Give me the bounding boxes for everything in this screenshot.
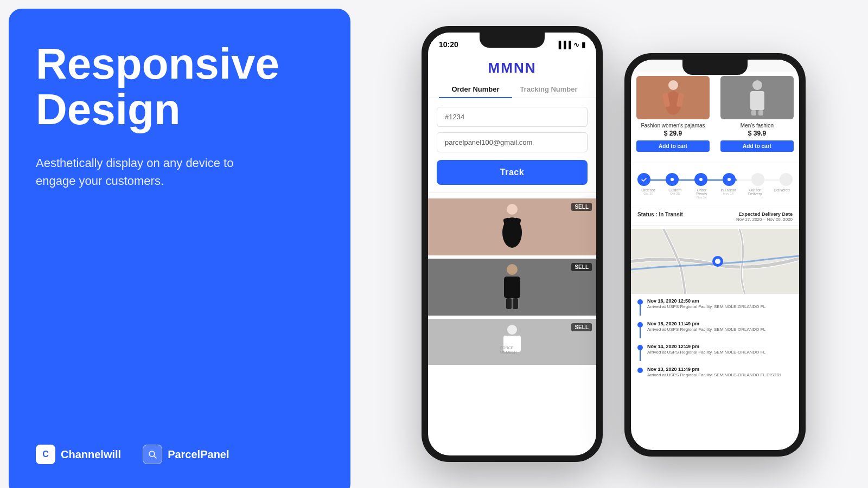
event-dot-3 [637,368,643,373]
product-item-2: SELL [428,259,596,316]
step-label-5: Delivered [771,188,793,199]
battery-icon: ▮ [582,41,585,49]
email-input[interactable]: parcelpanel100@gmail.com [437,132,588,152]
divider-1 [428,192,596,193]
event-dot-2 [637,345,643,350]
product-card-2: Men's fashion $ 39.9 Add to cart [715,72,799,156]
phone-screen-1: 10:20 ▐▐▐ ∿ ▮ MMNN Order Number Tracking… [428,33,596,455]
event-content-1: Nov 15, 2020 11:49 pm Arrived at USPS Re… [647,321,793,338]
tab-tracking-number[interactable]: Tracking Number [512,81,585,98]
left-panel: Responsive Design Aesthetically display … [9,9,350,488]
event-dot-col-3 [637,367,643,377]
product-thumb-1 [636,76,710,119]
event-line-2 [640,350,641,361]
event-desc-0: Arrived at USPS Regional Facility, SEMIN… [647,304,793,309]
svg-rect-8 [506,298,512,309]
step-name-2: Order Ready [691,188,712,196]
brand-footer: C Channelwill ParcelPanel [36,445,323,464]
tabs-row: Order Number Tracking Number [428,81,596,98]
svg-point-14 [668,80,678,90]
step-name-4: Out for Delivery [744,188,766,196]
product-name-1: Fashion women's pajamas [636,123,710,129]
timeline-event-3: Nov 13, 2020 11:49 pm Arrived at USPS Re… [637,367,793,377]
delivery-dates: Nov 17, 2020 – Nov 20, 2020 [736,217,793,222]
status-label: Status : In Transit [637,211,683,217]
event-desc-3: Arrived at USPS Regional Facility, SEMIN… [647,373,793,377]
step-dot-1 [666,173,679,186]
svg-point-18 [752,80,762,90]
timeline-steps [637,173,793,186]
svg-text:FORCE: FORCE [500,346,514,350]
step-label-1: Custom Oct 25 [664,188,686,199]
phone-notch-2 [682,60,748,75]
product-price-2: $ 39.9 [720,130,794,137]
product-price-1: $ 29.9 [636,130,710,137]
step-labels: Ordered Oct 20 Custom Oct 25 Order Ready… [637,188,793,199]
svg-text:MEMBER: MEMBER [500,350,517,354]
product-item-3: FORCE MEMBER SELL [428,319,596,365]
product-name-2: Men's fashion [720,123,794,129]
svg-point-22 [671,178,674,181]
phone-screen-2: Fashion women's pajamas $ 29.9 Add to ca… [631,60,799,450]
svg-point-24 [727,178,731,181]
timeline-event-0: Nov 16, 2020 12:50 am Arrived at USPS Re… [637,298,793,316]
parcelpanel-label: ParcelPanel [168,448,229,461]
step-date-0: Oct 20 [637,192,659,195]
channelwill-brand: C Channelwill [36,445,121,464]
add-cart-btn-1[interactable]: Add to cart [636,140,710,152]
svg-point-23 [699,178,703,181]
event-line-1 [640,328,641,338]
status-left: Status : In Transit [637,211,683,222]
wifi-icon: ∿ [573,41,579,49]
order-input[interactable]: #1234 [437,107,588,127]
step-dot-4 [751,173,764,186]
step-date-3: Nov 18 [718,192,739,195]
map-area [631,229,799,294]
step-name-5: Delivered [771,188,793,192]
phone-notch-1 [480,33,545,48]
phone1-content: MMNN Order Number Tracking Number #1234 … [428,53,596,449]
event-dot-0 [637,299,643,305]
svg-rect-21 [758,110,763,115]
sell-badge-3: SELL [571,323,592,331]
sell-badge-1: SELL [571,203,592,211]
timeline-events: Nov 16, 2020 12:50 am Arrived at USPS Re… [631,294,799,387]
product-card-1: Fashion women's pajamas $ 29.9 Add to ca… [631,72,715,156]
step-label-2: Order Ready Nov 14 [691,188,712,199]
step-label-4: Out for Delivery [744,188,766,199]
step-dot-0 [637,173,650,186]
phone2-content: Fashion women's pajamas $ 29.9 Add to ca… [631,72,799,435]
tab-order-number[interactable]: Order Number [439,81,512,98]
product-thumb-2 [720,76,794,119]
main-headline: Responsive Design [36,41,323,132]
phone-mockup-1: 10:20 ▐▐▐ ∿ ▮ MMNN Order Number Tracking… [422,26,603,462]
status-info: Status : In Transit Expected Delivery Da… [631,208,799,226]
step-date-1: Oct 25 [664,192,686,195]
svg-point-6 [507,264,518,275]
event-dot-col-2 [637,344,643,361]
svg-point-10 [507,325,517,335]
step-dot-5 [780,173,793,186]
event-time-1: Nov 15, 2020 11:49 pm [647,321,793,326]
step-name-3: In Transit [718,188,739,192]
parcelpanel-brand: ParcelPanel [143,445,229,464]
event-content-2: Nov 14, 2020 12:49 pm Arrived at USPS Re… [647,344,793,361]
track-button[interactable]: Track [437,160,588,185]
svg-rect-9 [513,298,518,309]
event-time-0: Nov 16, 2020 12:50 am [647,298,793,304]
add-cart-btn-2[interactable]: Add to cart [720,140,794,152]
timeline-event-2: Nov 14, 2020 12:49 pm Arrived at USPS Re… [637,344,793,361]
delivery-label: Expected Delivery Date [736,211,793,217]
svg-point-27 [715,259,720,264]
status-time-1: 10:20 [439,40,458,49]
step-name-1: Custom [664,188,686,192]
step-date-2: Nov 14 [691,196,712,199]
svg-rect-20 [751,110,756,115]
event-desc-2: Arrived at USPS Regional Facility, SEMIN… [647,350,793,355]
parcelpanel-icon [143,445,162,464]
step-dot-2 [694,173,707,186]
tracking-timeline: Ordered Oct 20 Custom Oct 25 Order Ready… [631,169,799,208]
app-logo: MMNN [428,53,596,81]
step-label-3: In Transit Nov 18 [718,188,739,199]
event-dot-col-1 [637,321,643,338]
